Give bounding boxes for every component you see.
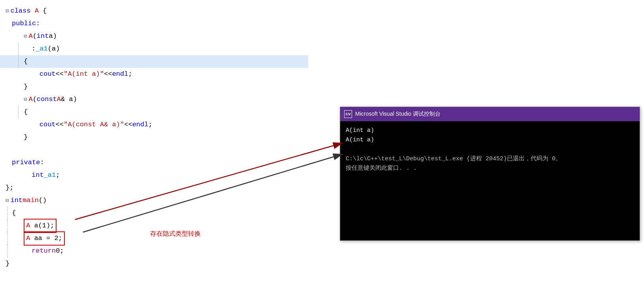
console-line-2: A(int a)	[346, 135, 634, 145]
code-line-7: }	[0, 81, 308, 93]
code-area: ⊟ class A { public : ⊟ A ( int a) : _a1 …	[0, 0, 308, 289]
code-line-12	[0, 144, 308, 156]
code-line-2: public :	[0, 17, 308, 30]
console-line-1: A(int a)	[346, 126, 634, 135]
code-line-9: {	[0, 106, 308, 118]
code-line-5: {	[0, 55, 308, 68]
code-line-15: };	[0, 182, 308, 194]
console-line-3	[346, 145, 634, 154]
collapse-icon-8[interactable]: ⊟	[24, 93, 27, 106]
code-line-14: int _a1 ;	[0, 169, 308, 182]
console-icon: cv	[344, 110, 352, 118]
code-line-11: }	[0, 131, 308, 144]
annotation-label: 存在隐式类型转换	[150, 230, 201, 238]
code-line-13: private :	[0, 156, 308, 169]
collapse-icon-3[interactable]: ⊟	[24, 30, 27, 43]
console-line-5: 按任意键关闭此窗口. . .	[346, 164, 634, 173]
console-title: Microsoft Visual Studio 调试控制台	[355, 111, 441, 118]
code-line-17: {	[0, 207, 308, 220]
console-window: cv Microsoft Visual Studio 调试控制台 A(int a…	[340, 107, 640, 241]
code-line-1: ⊟ class A {	[0, 5, 308, 17]
code-line-16: ⊟ int main ()	[0, 194, 308, 207]
code-line-4: : _a1 (a)	[0, 43, 308, 55]
console-titlebar: cv Microsoft Visual Studio 调试控制台	[340, 107, 640, 121]
code-line-8: ⊟ A ( const A & a)	[0, 93, 308, 106]
console-line-4: C:\lc\C++\test_L\Debug\test_L.exe (进程 20…	[346, 154, 634, 164]
collapse-icon-1[interactable]: ⊟	[6, 5, 9, 17]
code-line-3: ⊟ A ( int a)	[0, 30, 308, 43]
code-line-10: cout << "A(const A& a)" << endl ;	[0, 118, 308, 131]
code-line-20: return 0;	[0, 245, 308, 257]
collapse-icon-16[interactable]: ⊟	[6, 194, 9, 207]
console-body: A(int a) A(int a) C:\lc\C++\test_L\Debug…	[340, 121, 640, 240]
code-line-6: cout << "A(int a)" << endl ;	[0, 68, 308, 81]
code-line-21: }	[0, 257, 308, 270]
